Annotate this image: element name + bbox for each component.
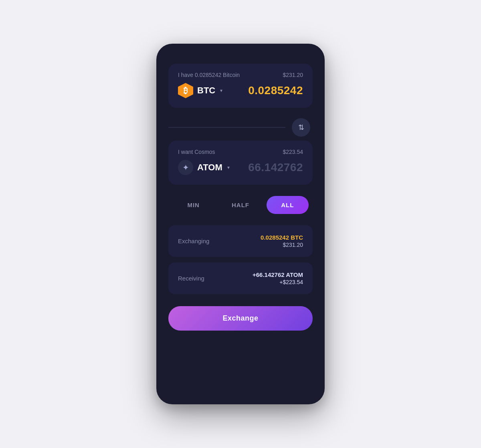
have-usd: $231.20 (283, 72, 303, 78)
receiving-values: +66.142762 ATOM +$223.54 (253, 271, 303, 285)
amount-buttons-row: MIN HALF ALL (168, 196, 313, 214)
atom-name: ATOM (197, 162, 222, 173)
min-button[interactable]: MIN (172, 196, 214, 214)
atom-symbol: ✦ (182, 163, 189, 172)
exchanging-crypto: 0.0285242 BTC (261, 234, 303, 241)
swap-button[interactable]: ⇅ (292, 118, 310, 137)
atom-chevron-icon: ▾ (227, 165, 230, 170)
want-usd: $223.54 (283, 149, 303, 155)
receiving-usd: +$223.54 (253, 279, 303, 285)
exchanging-label: Exchanging (178, 238, 209, 244)
exchanging-values: 0.0285242 BTC $231.20 (261, 234, 303, 248)
divider-line (168, 127, 285, 128)
btc-selector[interactable]: ₿ BTC ▾ (178, 83, 222, 98)
btc-symbol: ₿ (184, 86, 188, 95)
atom-icon: ✦ (178, 160, 193, 175)
atom-selector[interactable]: ✦ ATOM ▾ (178, 160, 230, 175)
btc-amount: 0.0285242 (248, 84, 303, 97)
exchanging-usd: $231.20 (261, 242, 303, 248)
btc-icon: ₿ (178, 83, 193, 98)
want-label: I want Cosmos (178, 149, 215, 155)
swap-area: ⇅ (168, 118, 313, 137)
receiving-card: Receiving +66.142762 ATOM +$223.54 (168, 262, 313, 294)
want-section: I want Cosmos $223.54 ✦ ATOM ▾ 66.142762 (168, 141, 313, 185)
have-section: I have 0.0285242 Bitcoin $231.20 ₿ BTC ▾… (168, 64, 313, 108)
have-label: I have 0.0285242 Bitcoin (178, 72, 240, 78)
atom-amount: 66.142762 (248, 161, 303, 174)
btc-name: BTC (197, 85, 215, 96)
receiving-label: Receiving (178, 275, 204, 282)
all-button[interactable]: ALL (267, 196, 309, 214)
exchanging-card: Exchanging 0.0285242 BTC $231.20 (168, 225, 313, 257)
half-button[interactable]: HALF (219, 196, 261, 214)
phone-frame: I have 0.0285242 Bitcoin $231.20 ₿ BTC ▾… (156, 44, 325, 404)
receiving-crypto: +66.142762 ATOM (253, 271, 303, 278)
exchange-button[interactable]: Exchange (168, 306, 313, 331)
btc-chevron-icon: ▾ (220, 88, 222, 93)
